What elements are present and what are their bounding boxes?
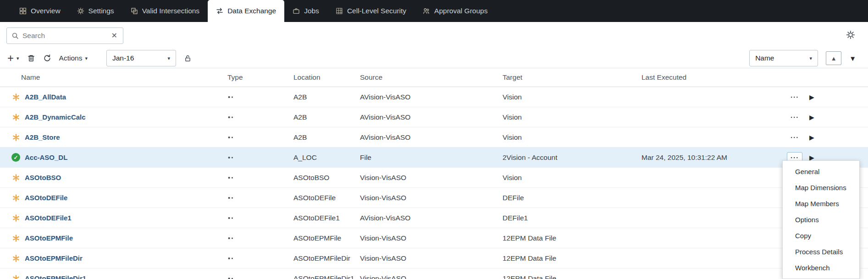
integration-name-link[interactable]: ASOtoDEFile bbox=[25, 194, 67, 202]
run-integration-button[interactable]: ▶ bbox=[808, 93, 815, 102]
table-row[interactable]: A2B_DynamicCalc A2B AVision-VisASO Visio… bbox=[0, 107, 868, 127]
tab-label: Approval Groups bbox=[434, 7, 487, 15]
tab-settings[interactable]: Settings bbox=[69, 0, 122, 22]
status-stale-icon bbox=[11, 133, 20, 142]
data-exchange-icon bbox=[216, 7, 223, 15]
column-header-location[interactable]: Location bbox=[293, 73, 360, 82]
target-cell: DEFile1 bbox=[503, 214, 641, 222]
period-select[interactable]: Jan-16 ▾ bbox=[106, 50, 176, 66]
integration-name-link[interactable]: A2B_Store bbox=[25, 133, 60, 141]
settings-icon bbox=[77, 7, 84, 15]
table-row[interactable]: ASOtoDEFile ASOtoDEFile Vision-VisASO DE… bbox=[0, 188, 868, 208]
integration-name-link[interactable]: ASOtoDEFile1 bbox=[25, 214, 72, 222]
target-cell: 12EPM Data File bbox=[503, 254, 641, 263]
integration-name-link[interactable]: ASOtoBSO bbox=[25, 174, 61, 181]
integration-type-icon bbox=[227, 236, 293, 241]
clear-search-icon[interactable]: ✕ bbox=[111, 31, 118, 40]
menu-item-process-details[interactable]: Process Details bbox=[783, 244, 859, 260]
row-actions-button[interactable]: ⋯ bbox=[787, 112, 802, 122]
add-integration-button[interactable]: + ▾ bbox=[7, 53, 19, 64]
table-row[interactable]: ASOtoDEFile1 ASOtoDEFile1 AVision-VisASO… bbox=[0, 208, 868, 228]
status-stale-icon bbox=[11, 93, 20, 101]
run-integration-button[interactable]: ▶ bbox=[808, 113, 815, 122]
row-actions-button[interactable]: ⋯ bbox=[787, 92, 802, 102]
tab-valid-intersections[interactable]: Valid Intersections bbox=[122, 0, 208, 22]
chevron-down-icon: ▾ bbox=[17, 55, 19, 61]
location-cell: A2B bbox=[293, 113, 360, 121]
column-header-name[interactable]: Name bbox=[11, 73, 227, 82]
sort-ascending-button[interactable]: ▲ bbox=[826, 51, 841, 65]
location-cell: ASOtoBSO bbox=[293, 174, 360, 182]
sort-field-value: Name bbox=[755, 54, 774, 62]
lock-button[interactable] bbox=[184, 55, 192, 62]
sort-field-select[interactable]: Name ▾ bbox=[749, 50, 818, 66]
page-settings-gear-icon[interactable] bbox=[846, 30, 855, 39]
triangle-up-icon: ▲ bbox=[831, 55, 837, 62]
menu-item-map-members[interactable]: Map Members bbox=[783, 196, 859, 212]
tab-label: Settings bbox=[88, 7, 114, 15]
integration-name-link[interactable]: ASOtoEPMFileDir1 bbox=[25, 274, 86, 279]
table-toolbar: + ▾ Actions ▾ Jan-16 ▾ Name ▾ ▲ ▼ bbox=[0, 48, 868, 68]
actions-menu-button[interactable]: Actions ▾ bbox=[59, 54, 88, 62]
integration-name-link[interactable]: Acc-ASO_DL bbox=[25, 153, 67, 161]
integration-type-icon bbox=[227, 135, 293, 140]
search-icon bbox=[11, 32, 19, 39]
menu-item-general[interactable]: General bbox=[783, 164, 859, 180]
chevron-down-icon: ▾ bbox=[85, 55, 88, 61]
table-row[interactable]: A2B_AllData A2B AVision-VisASO Vision ⋯ … bbox=[0, 87, 868, 107]
integration-type-icon bbox=[227, 175, 293, 180]
column-header-source[interactable]: Source bbox=[360, 73, 503, 82]
status-stale-icon bbox=[11, 274, 20, 279]
chevron-down-icon: ▾ bbox=[167, 55, 170, 61]
location-cell: ASOtoEPMFileDir bbox=[293, 254, 360, 263]
status-success-icon: ✓ bbox=[11, 153, 20, 162]
integration-type-icon bbox=[227, 276, 293, 279]
sort-descending-button[interactable]: ▼ bbox=[849, 55, 856, 62]
table-row[interactable]: ASOtoEPMFileDir1 ASOtoEPMFileDir1 Vision… bbox=[0, 268, 868, 279]
table-row[interactable]: A2B_Store A2B AVision-VisASO Vision ⋯ ▶ bbox=[0, 127, 868, 148]
search-input[interactable] bbox=[22, 32, 107, 40]
integration-list: A2B_AllData A2B AVision-VisASO Vision ⋯ … bbox=[0, 87, 868, 279]
menu-item-copy[interactable]: Copy bbox=[783, 228, 859, 244]
delete-button[interactable] bbox=[27, 54, 35, 62]
plus-icon: + bbox=[7, 53, 14, 64]
column-header-target[interactable]: Target bbox=[503, 73, 641, 82]
source-cell: Vision-VisASO bbox=[360, 254, 503, 263]
tab-overview[interactable]: Overview bbox=[11, 0, 69, 22]
integration-name-link[interactable]: ASOtoEPMFileDir bbox=[25, 254, 83, 262]
tab-jobs[interactable]: Jobs bbox=[284, 0, 327, 22]
integration-name-link[interactable]: ASOtoEPMFile bbox=[25, 234, 73, 242]
source-cell: AVision-VisASO bbox=[360, 113, 503, 121]
target-cell: 2Vision - Account bbox=[503, 153, 641, 162]
tab-cell-level-security[interactable]: Cell-Level Security bbox=[327, 0, 415, 22]
integration-name-link[interactable]: A2B_AllData bbox=[25, 93, 66, 101]
integration-name-link[interactable]: A2B_DynamicCalc bbox=[25, 113, 86, 121]
table-row[interactable]: ASOtoEPMFile ASOtoEPMFile Vision-VisASO … bbox=[0, 228, 868, 248]
row-actions-button[interactable]: ⋯ bbox=[787, 132, 802, 142]
column-header-type[interactable]: Type bbox=[227, 73, 293, 82]
status-stale-icon bbox=[11, 193, 20, 202]
target-cell: 12EPM Data File bbox=[503, 234, 641, 242]
location-cell: A_LOC bbox=[293, 153, 360, 162]
tab-data-exchange[interactable]: Data Exchange bbox=[208, 0, 284, 22]
table-header: Name Type Location Source Target Last Ex… bbox=[0, 68, 868, 87]
integration-type-icon bbox=[227, 155, 293, 160]
table-row[interactable]: ✓ Acc-ASO_DL A_LOC File 2Vision - Accoun… bbox=[0, 148, 868, 168]
source-cell: AVision-VisASO bbox=[360, 93, 503, 101]
menu-item-map-dimensions[interactable]: Map Dimensions bbox=[783, 180, 859, 196]
run-integration-button[interactable]: ▶ bbox=[808, 133, 815, 142]
search-box[interactable]: ✕ bbox=[6, 27, 123, 44]
status-stale-icon bbox=[11, 173, 20, 182]
table-row[interactable]: ASOtoBSO ASOtoBSO Vision-VisASO Vision ⋯… bbox=[0, 168, 868, 188]
column-header-last-executed[interactable]: Last Executed bbox=[641, 73, 775, 82]
source-cell: Vision-VisASO bbox=[360, 274, 503, 279]
table-row[interactable]: ASOtoEPMFileDir ASOtoEPMFileDir Vision-V… bbox=[0, 248, 868, 268]
menu-item-options[interactable]: Options bbox=[783, 212, 859, 228]
refresh-button[interactable] bbox=[43, 54, 51, 62]
tab-approval-groups[interactable]: Approval Groups bbox=[415, 0, 496, 22]
menu-item-workbench[interactable]: Workbench bbox=[783, 260, 859, 276]
valid-intersections-icon bbox=[131, 7, 138, 15]
approval-groups-icon bbox=[423, 7, 430, 15]
source-cell: Vision-VisASO bbox=[360, 174, 503, 182]
integration-type-icon bbox=[227, 256, 293, 261]
